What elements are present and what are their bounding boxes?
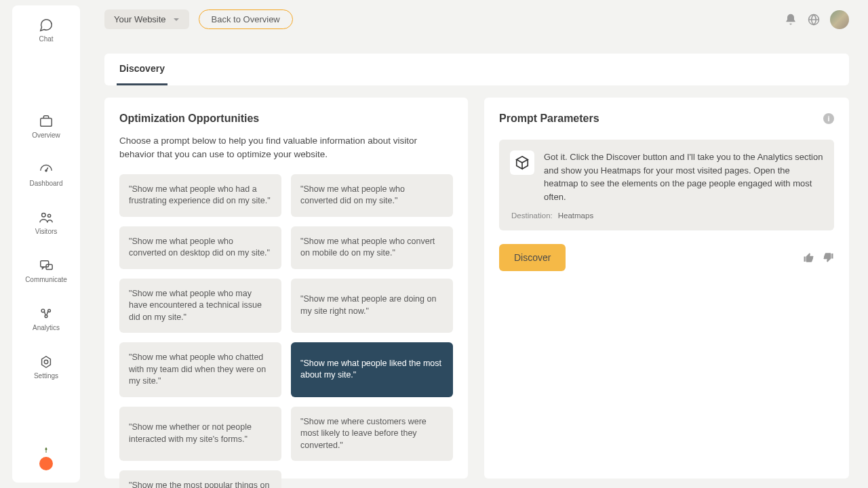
settings-icon: [39, 354, 54, 369]
sidebar: Chat Overview Dashboard Visitors Commu: [12, 5, 80, 483]
parameters-title: Prompt Parameters: [499, 113, 599, 125]
nav-overview[interactable]: Overview: [32, 114, 60, 139]
notifications-icon[interactable]: [784, 13, 797, 26]
chat-icon: [39, 18, 54, 33]
brand-logo: [39, 450, 53, 470]
prompt-card[interactable]: "Show me what people who convert on mobi…: [291, 226, 453, 269]
globe-icon[interactable]: [807, 13, 821, 26]
prompt-card[interactable]: "Show me whether or not people interacte…: [119, 407, 281, 462]
nav-label: Communicate: [25, 276, 67, 283]
chevron-down-icon: [173, 16, 180, 23]
svg-point-8: [45, 314, 47, 317]
thumbs-down-icon[interactable]: [822, 251, 834, 264]
destination-label: Destination:: [511, 211, 553, 220]
prompt-card[interactable]: "Show me what people are doing on my sit…: [291, 279, 453, 333]
info-icon[interactable]: i: [823, 113, 834, 124]
prompt-card[interactable]: "Show me what people liked the most abou…: [291, 342, 453, 397]
people-icon: [39, 210, 54, 225]
svg-point-3: [47, 214, 50, 217]
prompt-card[interactable]: "Show me where customers were most likel…: [291, 407, 453, 462]
nav-label: Chat: [39, 35, 53, 43]
opportunities-description: Choose a prompt below to help you find v…: [119, 134, 453, 162]
svg-point-1: [45, 169, 47, 171]
nav-label: Dashboard: [30, 180, 63, 187]
tabs: Discovery: [104, 54, 849, 85]
nav-visitors[interactable]: Visitors: [35, 210, 58, 235]
main-content: Your Website Back to Overview Discovery …: [80, 0, 868, 488]
prompt-grid: "Show me what people who had a frustrati…: [119, 174, 453, 489]
svg-rect-4: [41, 260, 49, 266]
tab-discovery[interactable]: Discovery: [117, 54, 167, 85]
discover-button[interactable]: Discover: [499, 244, 566, 271]
response-text: Got it. Click the Discover button and I'…: [544, 150, 823, 203]
destination-value: Heatmaps: [558, 211, 593, 220]
nav-dashboard[interactable]: Dashboard: [30, 162, 63, 187]
prompt-card[interactable]: "Show me the most popular things on my s…: [119, 470, 281, 488]
prompt-card[interactable]: "Show me what people who converted did o…: [291, 174, 453, 217]
analytics-icon: [39, 306, 54, 321]
nav-label: Overview: [32, 131, 60, 139]
back-to-overview-button[interactable]: Back to Overview: [199, 9, 293, 29]
prompt-card[interactable]: "Show me what people who converted on de…: [119, 226, 281, 269]
svg-point-10: [44, 360, 48, 364]
prompt-card[interactable]: "Show me what people who may have encoun…: [119, 279, 281, 333]
topbar: Your Website Back to Overview: [104, 9, 849, 29]
website-dropdown-label: Your Website: [114, 14, 166, 24]
opportunities-card: Optimization Opportunities Choose a prom…: [104, 98, 468, 479]
briefcase-icon: [39, 114, 54, 129]
svg-marker-9: [42, 356, 51, 367]
cube-icon: [510, 150, 534, 175]
svg-rect-0: [41, 118, 52, 126]
nav-label: Settings: [34, 372, 58, 380]
nav-communicate[interactable]: Communicate: [25, 258, 67, 283]
communicate-icon: [39, 258, 54, 273]
prompt-card[interactable]: "Show me what people who had a frustrati…: [119, 174, 281, 217]
nav-chat[interactable]: Chat: [39, 18, 54, 43]
prompt-card[interactable]: "Show me what people who chatted with my…: [119, 342, 281, 397]
thumbs-up-icon[interactable]: [803, 251, 815, 264]
nav-settings[interactable]: Settings: [34, 354, 58, 380]
response-box: Got it. Click the Discover button and I'…: [499, 140, 834, 230]
destination-row: Destination: Heatmaps: [510, 211, 823, 220]
nav-analytics[interactable]: Analytics: [33, 306, 60, 331]
nav-label: Visitors: [35, 228, 58, 235]
website-dropdown[interactable]: Your Website: [104, 9, 189, 29]
gauge-icon: [39, 162, 54, 177]
user-avatar[interactable]: [830, 10, 849, 29]
nav-label: Analytics: [33, 324, 60, 331]
parameters-card: Prompt Parameters i Got it. Click the Di…: [484, 98, 849, 479]
opportunities-title: Optimization Opportunities: [119, 113, 453, 125]
svg-point-2: [42, 213, 46, 217]
